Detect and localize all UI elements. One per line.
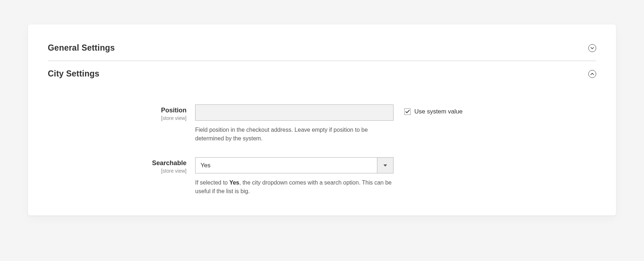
position-input[interactable] <box>195 104 394 121</box>
searchable-scope: [store view] <box>48 168 187 174</box>
searchable-label: Searchable <box>152 159 187 167</box>
position-help: Field position in the checkout address. … <box>195 126 394 143</box>
position-label: Position <box>161 107 187 114</box>
section-title-city: City Settings <box>48 69 100 79</box>
section-header-city[interactable]: City Settings <box>48 61 596 87</box>
searchable-help: If selected to Yes, the city dropdown co… <box>195 178 394 196</box>
dropdown-icon <box>377 158 393 173</box>
searchable-select[interactable]: Yes <box>195 157 394 173</box>
position-scope: [store view] <box>48 115 187 121</box>
use-system-value-checkbox[interactable] <box>404 108 411 115</box>
section-title-general: General Settings <box>48 43 115 53</box>
section-header-general[interactable]: General Settings <box>48 35 596 61</box>
settings-panel: General Settings City Settings Position … <box>28 24 616 215</box>
use-system-value-label: Use system value <box>414 108 463 115</box>
city-settings-fieldset: Position [store view] Field position in … <box>48 87 596 196</box>
chevron-down-icon <box>588 44 596 52</box>
field-row-position: Position [store view] Field position in … <box>48 104 596 157</box>
chevron-up-icon <box>588 70 596 78</box>
searchable-select-value: Yes <box>196 158 377 173</box>
field-row-searchable: Searchable [store view] Yes If selected … <box>48 157 596 196</box>
